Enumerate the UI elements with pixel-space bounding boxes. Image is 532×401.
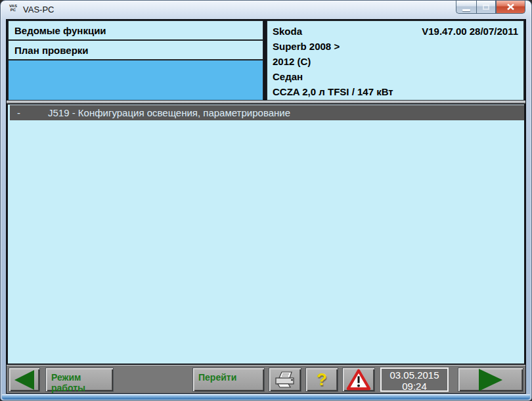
- maximize-icon: [483, 5, 489, 10]
- app-icon: VAS PC: [7, 4, 20, 15]
- forward-arrow-icon: [479, 369, 502, 391]
- minimize-icon: [462, 9, 470, 11]
- vehicle-model-year: 2012 (C): [273, 54, 518, 69]
- header-panels: Ведомые функции План проверки Skoda V19.…: [8, 20, 524, 101]
- app-icon-text-bottom: PC: [7, 8, 20, 12]
- test-plan-strip: - J519 - Конфигурация освещения, парамет…: [8, 105, 524, 120]
- back-arrow-icon: [14, 370, 34, 390]
- client-area: Ведомые функции План проверки Skoda V19.…: [6, 19, 526, 394]
- goto-button[interactable]: Перейти: [192, 367, 265, 392]
- date-value: 03.05.2015: [382, 369, 447, 381]
- nav-item-label: Ведомые функции: [14, 25, 106, 36]
- nav-item-guided-functions[interactable]: Ведомые функции: [9, 21, 263, 41]
- titlebar[interactable]: VAS PC VAS-PC: [1, 1, 531, 19]
- nav-selection-area[interactable]: [9, 60, 263, 100]
- nav-item-label: План проверки: [14, 45, 89, 56]
- vehicle-brand: Skoda: [273, 24, 302, 39]
- window-controls: [456, 1, 525, 14]
- print-button[interactable]: [269, 367, 301, 392]
- vehicle-info-panel: Skoda V19.47.00 28/07/2011 Superb 2008 >…: [267, 20, 524, 101]
- main-content-area: [8, 120, 524, 364]
- printer-icon: [273, 371, 297, 389]
- nav-item-test-plan[interactable]: План проверки: [9, 41, 263, 60]
- datetime-display: 03.05.2015 09:24: [380, 367, 449, 392]
- time-value: 09:24: [382, 381, 447, 392]
- close-icon: [506, 3, 515, 11]
- minimize-button[interactable]: [456, 1, 476, 14]
- maximize-button[interactable]: [476, 1, 496, 14]
- forward-button[interactable]: [458, 367, 523, 392]
- close-button[interactable]: [496, 1, 525, 14]
- panel-splitter: [7, 101, 525, 104]
- window-bottom-frame: [2, 394, 530, 400]
- test-plan-item-label: J519 - Конфигурация освещения, параметри…: [48, 107, 290, 118]
- back-button[interactable]: [9, 367, 40, 392]
- help-icon: ?: [317, 369, 327, 390]
- warning-button[interactable]: [342, 367, 375, 392]
- window-title: VAS-PC: [23, 5, 54, 14]
- bottom-toolbar: Режим работы Перейти ?: [7, 365, 525, 393]
- test-plan-item-j519[interactable]: - J519 - Конфигурация освещения, парамет…: [10, 105, 524, 120]
- software-version: V19.47.00 28/07/2011: [422, 24, 518, 39]
- operating-mode-label: Режим работы: [46, 368, 113, 393]
- goto-label: Перейти: [193, 368, 236, 383]
- vehicle-engine: CCZA 2,0 л TFSI / 147 кВт: [273, 84, 518, 99]
- vas-pc-window: VAS PC VAS-PC Ведомые функции: [0, 0, 532, 401]
- tree-expander-icon[interactable]: -: [17, 107, 20, 118]
- warning-icon: [345, 368, 372, 392]
- navigation-panel: Ведомые функции План проверки: [8, 20, 263, 101]
- help-button[interactable]: ?: [305, 367, 338, 392]
- vehicle-model: Superb 2008 >: [273, 39, 518, 54]
- vehicle-body: Седан: [273, 69, 518, 84]
- operating-mode-button[interactable]: Режим работы: [45, 367, 114, 392]
